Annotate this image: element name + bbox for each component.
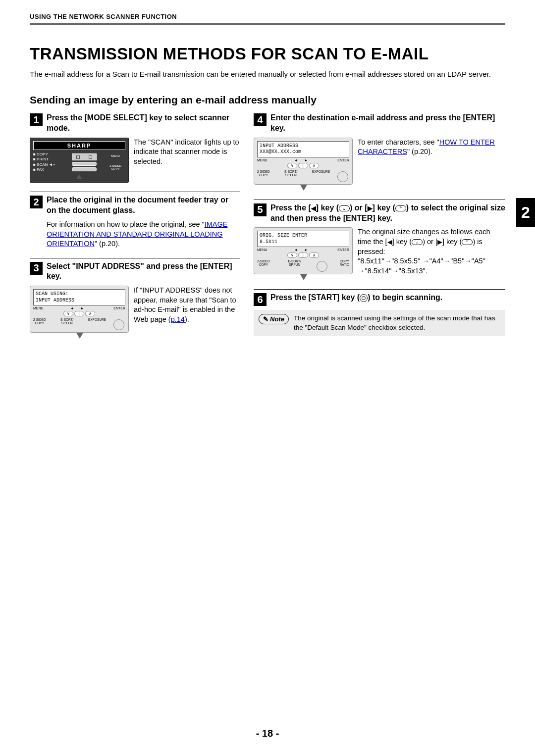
menu-label: MENU [257, 158, 268, 162]
mode-fax: ■ FAX [33, 167, 63, 172]
note-text: The original is scanned using the settin… [294, 314, 500, 332]
enter-label: ENTER [113, 306, 125, 310]
step-number: 2 [30, 196, 43, 208]
bar-key-icon: │ [74, 311, 84, 316]
mode-print: ■ PRINT [33, 157, 63, 162]
step-4: 4 Enter the destination e-mail address a… [254, 113, 505, 191]
running-header: USING THE NETWORK SCANNER FUNCTION [30, 13, 505, 20]
callout-arrow-icon [300, 185, 307, 191]
subheading: Sending an image by entering an e-mail a… [30, 94, 505, 106]
lcd-line-1: SCAN USING: [36, 291, 123, 298]
right-arrow-icon: ▶ [368, 204, 373, 212]
enter-label: ENTER [337, 158, 349, 162]
bar-key-icon: │ [298, 252, 308, 258]
arrow-indicators-icon: ◄ ► [294, 248, 311, 252]
callout-arrow-icon [76, 174, 82, 179]
two-sided-copy-label: 2-SIDED COPY [257, 170, 270, 177]
step-body-text: The original size changes as follows eac… [358, 227, 505, 280]
lcd-illustration: ORIG. SIZE ENTER 8.5X11 MENU◄ ►ENTER ∨ │… [254, 227, 353, 280]
up-key-icon: ∧ [309, 252, 319, 258]
menu-label: MENU [257, 248, 268, 252]
mode-scan: ■ SCAN ◄›› [33, 162, 63, 167]
two-sided-copy-label: 2-SIDED COPY [106, 164, 125, 170]
control-panel-illustration: SHARP ■ COPY ■ PRINT ■ SCAN ◄›› ■ FAX [30, 138, 129, 183]
step-5: 5 Press the [◀] key (⌄) or [▶] key (⌃) t… [254, 200, 505, 281]
step-title: Enter the destination e-mail address and… [270, 113, 505, 134]
step-number: 6 [254, 293, 267, 306]
up-key-glyph-icon: ⌃ [462, 239, 473, 245]
up-key-glyph-icon: ⌃ [395, 205, 406, 211]
intro-text: The e-mail address for a Scan to E-mail … [30, 69, 505, 79]
esort-label: E-SORT/ SP.FUN [288, 260, 301, 267]
start-key-icon [360, 294, 368, 302]
esort-label: E-SORT/ SP.FUN [60, 318, 73, 325]
page-link[interactable]: p.14 [171, 315, 185, 323]
down-key-icon: ∨ [287, 252, 297, 258]
chapter-tab: 2 [516, 198, 535, 227]
lcd-line-2: 8.5X11 [260, 239, 347, 246]
lcd-illustration: INPUT ADDRESS XXX@XX.XXX.com MENU◄ ►ENTE… [254, 138, 353, 191]
callout-arrow-icon [300, 274, 307, 280]
step-title: Press the [◀] key (⌄) or [▶] key (⌃) to … [270, 203, 505, 224]
exposure-label: EXPOSURE [312, 170, 330, 177]
header-rule [30, 23, 505, 25]
enter-label: ENTER [337, 248, 349, 252]
down-key-glyph-icon: ⌄ [339, 205, 350, 211]
step-body-text: For information on how to place the orig… [47, 220, 240, 249]
step-1: 1 Press the [MODE SELECT] key to select … [30, 113, 240, 183]
down-key-icon: ∨ [287, 163, 297, 168]
lcd-line-1: INPUT ADDRESS [260, 143, 347, 150]
esort-label: E-SORT/ SP.FUN [284, 170, 297, 177]
note-box: Note The original is scanned using the s… [254, 310, 505, 336]
right-arrow-icon: ▶ [437, 238, 442, 246]
bar-key-icon: │ [298, 163, 308, 168]
step-body-text: The "SCAN" indicator lights up to indica… [134, 138, 240, 183]
up-key-icon: ∧ [309, 163, 319, 168]
step-title: Place the original in the document feede… [47, 195, 240, 216]
step-divider [30, 192, 240, 192]
round-button-icon [317, 261, 327, 272]
page-number: - 18 - [0, 728, 535, 739]
menu-label: MENU [33, 306, 44, 310]
step-divider [30, 258, 240, 258]
page-title: TRANSMISSION METHODS FOR SCAN TO E-MAIL [30, 45, 505, 63]
step-title: Press the [MODE SELECT] key to select sc… [47, 113, 240, 134]
step-title: Press the [START] key () to begin scanni… [270, 293, 442, 303]
mode-select-key-icon [72, 162, 97, 166]
step-body-text: If "INPUT ADDRESS" does not appear, make… [134, 286, 240, 339]
step-number: 1 [30, 113, 43, 126]
step-number: 5 [254, 203, 267, 216]
key-icon [72, 167, 97, 171]
brand-logo: SHARP [33, 141, 125, 150]
step-number: 4 [254, 113, 267, 126]
round-button-icon [337, 171, 348, 182]
round-button-icon [113, 319, 124, 330]
lcd-line-2: INPUT ADDRESS [36, 298, 123, 304]
left-arrow-icon: ◀ [387, 238, 392, 246]
arrow-indicators-icon: ◄ ► [70, 306, 87, 310]
left-arrow-icon: ◀ [311, 204, 316, 212]
up-key-icon: ∧ [85, 311, 95, 316]
exposure-label: EXPOSURE [88, 318, 106, 325]
step-divider [254, 200, 505, 200]
down-key-glyph-icon: ⌄ [412, 239, 423, 245]
lcd-icon [72, 153, 97, 160]
lcd-illustration: SCAN USING: INPUT ADDRESS MENU◄ ►ENTER ∨… [30, 286, 129, 339]
down-key-icon: ∨ [63, 311, 73, 316]
step-number: 3 [30, 262, 43, 275]
arrow-indicators-icon: ◄ ► [294, 158, 311, 162]
step-2: 2 Place the original in the document fee… [30, 192, 240, 249]
note-label: Note [259, 314, 289, 324]
callout-arrow-icon [76, 333, 83, 339]
step-6: 6 Press the [START] key () to begin scan… [254, 289, 505, 336]
two-sided-copy-label: 2-SIDED COPY [257, 260, 270, 267]
step-body-text: To enter characters, see "HOW TO ENTER C… [358, 138, 505, 191]
copy-ratio-label: COPY RATIO [340, 260, 349, 267]
lcd-line-1: ORIG. SIZE ENTER [260, 233, 347, 239]
mode-copy: ■ COPY [33, 152, 63, 157]
lcd-line-2: XXX@XX.XXX.com [260, 149, 347, 155]
step-divider [254, 289, 505, 290]
menu-label: MENU [106, 154, 125, 157]
two-sided-copy-label: 2-SIDED COPY [33, 318, 46, 325]
step-3: 3 Select "INPUT ADDRESS" and press the [… [30, 258, 240, 339]
